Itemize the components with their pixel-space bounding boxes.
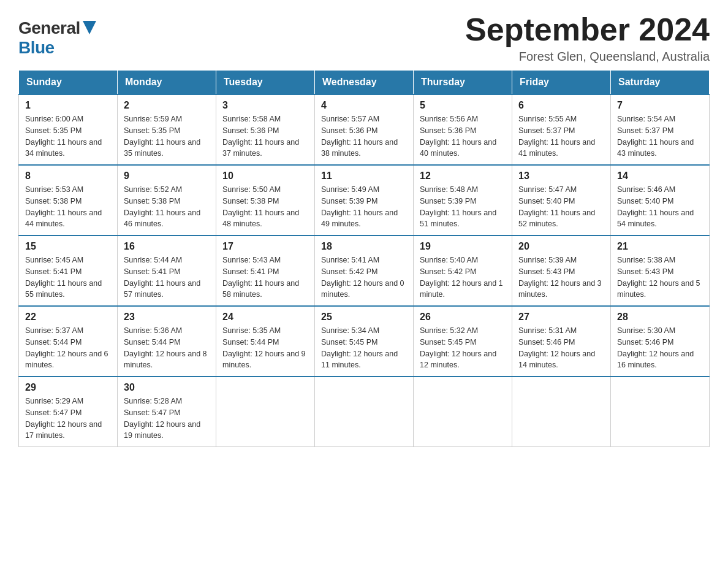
month-year-title: September 2024 <box>465 12 710 47</box>
day-number: 27 <box>518 312 604 323</box>
day-number: 13 <box>518 170 604 182</box>
table-row: 1 Sunrise: 6:00 AM Sunset: 5:35 PM Dayli… <box>19 94 118 165</box>
table-row: 23 Sunrise: 5:36 AM Sunset: 5:44 PM Dayl… <box>118 306 216 377</box>
table-row: 10 Sunrise: 5:50 AM Sunset: 5:38 PM Dayl… <box>216 165 315 236</box>
table-row: 2 Sunrise: 5:59 AM Sunset: 5:35 PM Dayli… <box>118 94 216 165</box>
day-info: Sunrise: 5:39 AM Sunset: 5:43 PM Dayligh… <box>518 255 604 301</box>
day-number: 11 <box>321 170 407 182</box>
svg-marker-0 <box>83 21 96 34</box>
day-number: 16 <box>124 241 210 252</box>
table-row: 29 Sunrise: 5:29 AM Sunset: 5:47 PM Dayl… <box>19 377 118 447</box>
day-number: 22 <box>25 312 111 323</box>
day-info: Sunrise: 5:52 AM Sunset: 5:38 PM Dayligh… <box>124 184 210 230</box>
day-number: 24 <box>222 312 308 323</box>
day-number: 29 <box>25 382 111 393</box>
header-friday: Friday <box>512 71 611 95</box>
day-number: 15 <box>25 241 111 252</box>
day-info: Sunrise: 5:57 AM Sunset: 5:36 PM Dayligh… <box>321 113 407 159</box>
table-row: 5 Sunrise: 5:56 AM Sunset: 5:36 PM Dayli… <box>414 94 512 165</box>
day-info: Sunrise: 5:58 AM Sunset: 5:36 PM Dayligh… <box>222 113 308 159</box>
day-info: Sunrise: 5:53 AM Sunset: 5:38 PM Dayligh… <box>25 184 111 230</box>
day-number: 7 <box>617 100 703 111</box>
day-number: 20 <box>518 241 604 252</box>
day-info: Sunrise: 5:30 AM Sunset: 5:46 PM Dayligh… <box>617 325 703 371</box>
table-row: 22 Sunrise: 5:37 AM Sunset: 5:44 PM Dayl… <box>19 306 118 377</box>
table-row: 14 Sunrise: 5:46 AM Sunset: 5:40 PM Dayl… <box>611 165 710 236</box>
day-info: Sunrise: 5:46 AM Sunset: 5:40 PM Dayligh… <box>617 184 703 230</box>
table-row: 20 Sunrise: 5:39 AM Sunset: 5:43 PM Dayl… <box>512 236 611 306</box>
table-row: 25 Sunrise: 5:34 AM Sunset: 5:45 PM Dayl… <box>315 306 414 377</box>
table-row: 6 Sunrise: 5:55 AM Sunset: 5:37 PM Dayli… <box>512 94 611 165</box>
table-row: 27 Sunrise: 5:31 AM Sunset: 5:46 PM Dayl… <box>512 306 611 377</box>
day-number: 12 <box>420 170 506 182</box>
day-info: Sunrise: 5:32 AM Sunset: 5:45 PM Dayligh… <box>420 325 506 371</box>
day-info: Sunrise: 5:50 AM Sunset: 5:38 PM Dayligh… <box>222 184 308 230</box>
table-row: 19 Sunrise: 5:40 AM Sunset: 5:42 PM Dayl… <box>414 236 512 306</box>
table-row: 24 Sunrise: 5:35 AM Sunset: 5:44 PM Dayl… <box>216 306 315 377</box>
calendar-table: Sunday Monday Tuesday Wednesday Thursday… <box>18 70 710 447</box>
table-row: 13 Sunrise: 5:47 AM Sunset: 5:40 PM Dayl… <box>512 165 611 236</box>
table-row: 11 Sunrise: 5:49 AM Sunset: 5:39 PM Dayl… <box>315 165 414 236</box>
header-wednesday: Wednesday <box>315 71 414 95</box>
table-row: 12 Sunrise: 5:48 AM Sunset: 5:39 PM Dayl… <box>414 165 512 236</box>
logo-general-text: General <box>18 18 80 38</box>
day-number: 21 <box>617 241 703 252</box>
day-number: 2 <box>124 100 210 111</box>
day-info: Sunrise: 5:35 AM Sunset: 5:44 PM Dayligh… <box>222 325 308 371</box>
day-number: 3 <box>222 100 308 111</box>
day-info: Sunrise: 5:31 AM Sunset: 5:46 PM Dayligh… <box>518 325 604 371</box>
location-subtitle: Forest Glen, Queensland, Australia <box>465 50 710 64</box>
table-row: 15 Sunrise: 5:45 AM Sunset: 5:41 PM Dayl… <box>19 236 118 306</box>
table-row: 16 Sunrise: 5:44 AM Sunset: 5:41 PM Dayl… <box>118 236 216 306</box>
table-row <box>216 377 315 447</box>
day-number: 28 <box>617 312 703 323</box>
day-number: 30 <box>124 382 210 393</box>
calendar-week-row: 1 Sunrise: 6:00 AM Sunset: 5:35 PM Dayli… <box>19 94 710 165</box>
day-info: Sunrise: 5:43 AM Sunset: 5:41 PM Dayligh… <box>222 255 308 301</box>
calendar-week-row: 29 Sunrise: 5:29 AM Sunset: 5:47 PM Dayl… <box>19 377 710 447</box>
day-info: Sunrise: 5:37 AM Sunset: 5:44 PM Dayligh… <box>25 325 111 371</box>
day-number: 25 <box>321 312 407 323</box>
title-section: September 2024 Forest Glen, Queensland, … <box>465 12 710 64</box>
calendar-week-row: 22 Sunrise: 5:37 AM Sunset: 5:44 PM Dayl… <box>19 306 710 377</box>
day-number: 8 <box>25 170 111 182</box>
day-info: Sunrise: 5:29 AM Sunset: 5:47 PM Dayligh… <box>25 396 111 442</box>
day-number: 1 <box>25 100 111 111</box>
day-info: Sunrise: 5:41 AM Sunset: 5:42 PM Dayligh… <box>321 255 407 301</box>
day-number: 6 <box>518 100 604 111</box>
calendar-week-row: 15 Sunrise: 5:45 AM Sunset: 5:41 PM Dayl… <box>19 236 710 306</box>
logo: General Blue <box>18 12 96 58</box>
day-info: Sunrise: 5:40 AM Sunset: 5:42 PM Dayligh… <box>420 255 506 301</box>
table-row: 4 Sunrise: 5:57 AM Sunset: 5:36 PM Dayli… <box>315 94 414 165</box>
day-info: Sunrise: 6:00 AM Sunset: 5:35 PM Dayligh… <box>25 113 111 159</box>
day-number: 4 <box>321 100 407 111</box>
table-row: 30 Sunrise: 5:28 AM Sunset: 5:47 PM Dayl… <box>118 377 216 447</box>
day-info: Sunrise: 5:45 AM Sunset: 5:41 PM Dayligh… <box>25 255 111 301</box>
table-row <box>315 377 414 447</box>
table-row <box>611 377 710 447</box>
table-row: 3 Sunrise: 5:58 AM Sunset: 5:36 PM Dayli… <box>216 94 315 165</box>
header-thursday: Thursday <box>414 71 512 95</box>
day-info: Sunrise: 5:48 AM Sunset: 5:39 PM Dayligh… <box>420 184 506 230</box>
day-info: Sunrise: 5:47 AM Sunset: 5:40 PM Dayligh… <box>518 184 604 230</box>
day-number: 5 <box>420 100 506 111</box>
table-row: 18 Sunrise: 5:41 AM Sunset: 5:42 PM Dayl… <box>315 236 414 306</box>
table-row: 7 Sunrise: 5:54 AM Sunset: 5:37 PM Dayli… <box>611 94 710 165</box>
day-number: 9 <box>124 170 210 182</box>
day-info: Sunrise: 5:59 AM Sunset: 5:35 PM Dayligh… <box>124 113 210 159</box>
day-info: Sunrise: 5:38 AM Sunset: 5:43 PM Dayligh… <box>617 255 703 301</box>
day-info: Sunrise: 5:28 AM Sunset: 5:47 PM Dayligh… <box>124 396 210 442</box>
day-info: Sunrise: 5:44 AM Sunset: 5:41 PM Dayligh… <box>124 255 210 301</box>
table-row: 21 Sunrise: 5:38 AM Sunset: 5:43 PM Dayl… <box>611 236 710 306</box>
day-number: 23 <box>124 312 210 323</box>
table-row: 9 Sunrise: 5:52 AM Sunset: 5:38 PM Dayli… <box>118 165 216 236</box>
day-number: 10 <box>222 170 308 182</box>
day-info: Sunrise: 5:56 AM Sunset: 5:36 PM Dayligh… <box>420 113 506 159</box>
table-row: 17 Sunrise: 5:43 AM Sunset: 5:41 PM Dayl… <box>216 236 315 306</box>
day-number: 26 <box>420 312 506 323</box>
day-number: 18 <box>321 241 407 252</box>
calendar-week-row: 8 Sunrise: 5:53 AM Sunset: 5:38 PM Dayli… <box>19 165 710 236</box>
calendar-header-row: Sunday Monday Tuesday Wednesday Thursday… <box>19 71 710 95</box>
day-info: Sunrise: 5:34 AM Sunset: 5:45 PM Dayligh… <box>321 325 407 371</box>
table-row <box>414 377 512 447</box>
